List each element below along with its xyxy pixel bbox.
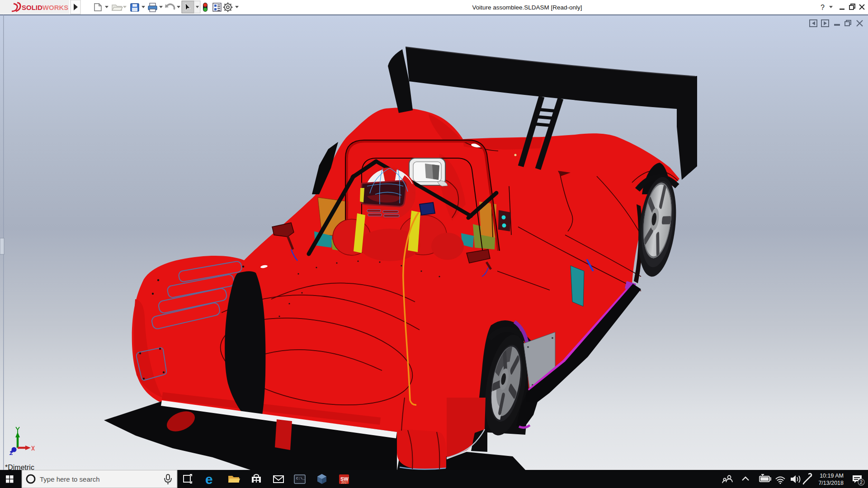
svg-text:Type here to search: Type here to search — [40, 475, 100, 483]
svg-text:7/13/2018: 7/13/2018 — [818, 480, 844, 486]
svg-text:SOLIDWORKS: SOLIDWORKS — [22, 4, 68, 11]
svg-text:?: ? — [821, 4, 825, 11]
svg-text:2017: 2017 — [341, 481, 348, 484]
svg-text:e: e — [205, 472, 213, 487]
svg-text:C:\_: C:\_ — [296, 476, 305, 480]
svg-text:Voiture assomblee.SLDASM [Read: Voiture assomblee.SLDASM [Read-only] — [472, 4, 582, 11]
svg-text:10:19 AM: 10:19 AM — [820, 473, 844, 479]
svg-text:2: 2 — [860, 479, 863, 485]
svg-text:*Dimetric: *Dimetric — [5, 464, 34, 470]
